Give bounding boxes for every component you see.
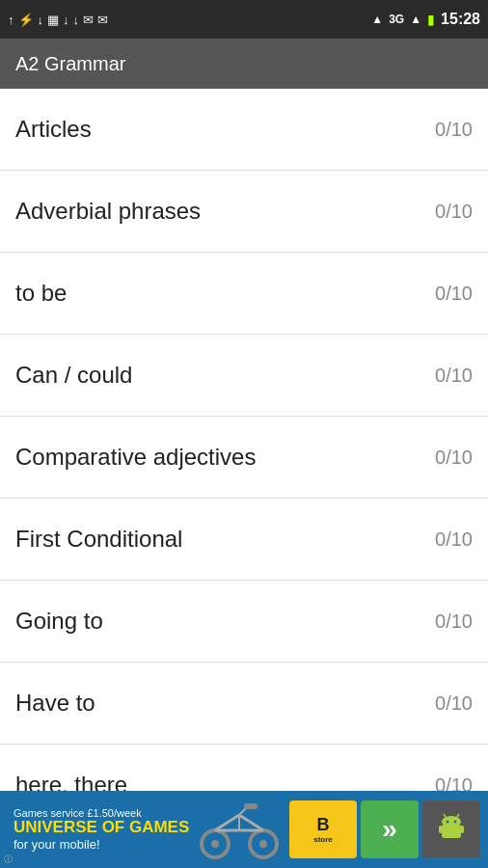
ad-buttons: B store »	[289, 800, 480, 858]
status-bar-left: ↑ ⚡ ↓ ▦ ↓ ↓ ✉ ✉	[8, 13, 108, 27]
android-icon	[434, 812, 469, 847]
download-icon: ↓	[38, 13, 44, 27]
item-score: 0/10	[435, 365, 473, 387]
status-bar-right: ▲ 3G ▲ ▮ 15:28	[371, 11, 480, 28]
upload-icon: ↑	[8, 13, 14, 27]
gmail-icon: ✉	[83, 13, 94, 27]
ad-banner[interactable]: Games service £1.50/week UNIVERSE OF GAM…	[0, 791, 488, 868]
network-label: 3G	[389, 13, 404, 26]
item-score: 0/10	[435, 692, 473, 715]
svg-rect-13	[442, 825, 461, 838]
arrow-down-icon: ↓	[63, 13, 69, 27]
item-score: 0/10	[435, 283, 473, 305]
item-label: Going to	[15, 608, 103, 635]
ad-sub-text: for your mobile!	[14, 837, 189, 852]
ad-main-text: UNIVERSE OF GAMES	[14, 819, 189, 837]
item-label: First Conditional	[15, 526, 182, 553]
status-time: 15:28	[441, 11, 480, 28]
signal-icon: ▲	[410, 13, 421, 26]
item-score: 0/10	[435, 529, 473, 551]
svg-rect-15	[460, 826, 464, 833]
list-item[interactable]: here, there0/10	[0, 745, 488, 791]
ad-next-button[interactable]: »	[361, 800, 419, 858]
status-bar: ↑ ⚡ ↓ ▦ ↓ ↓ ✉ ✉ ▲ 3G ▲ ▮ 15:28	[0, 0, 488, 39]
usb-icon: ⚡	[18, 13, 34, 27]
app-title: A2 Grammar	[15, 53, 125, 75]
svg-rect-14	[439, 826, 443, 833]
wifi-icon: ▲	[371, 13, 383, 26]
list-item[interactable]: Adverbial phrases0/10	[0, 171, 488, 253]
svg-point-4	[259, 840, 267, 848]
bike-svg	[196, 796, 283, 863]
item-label: Have to	[15, 690, 95, 717]
item-label: Articles	[15, 116, 92, 143]
gmail2-icon: ✉	[97, 13, 108, 27]
svg-rect-9	[244, 803, 258, 809]
item-label: Can / could	[15, 362, 132, 389]
item-score: 0/10	[435, 119, 473, 141]
list-item[interactable]: to be0/10	[0, 253, 488, 335]
grammar-list: Articles0/10Adverbial phrases0/10to be0/…	[0, 89, 488, 791]
list-item[interactable]: Can / could0/10	[0, 335, 488, 417]
title-bar: A2 Grammar	[0, 39, 488, 89]
battery-icon: ▮	[427, 12, 435, 27]
list-item[interactable]: First Conditional0/10	[0, 499, 488, 581]
svg-point-17	[454, 821, 457, 824]
svg-point-16	[447, 821, 449, 824]
item-label: Adverbial phrases	[15, 198, 201, 225]
svg-point-3	[211, 840, 219, 848]
item-score: 0/10	[435, 447, 473, 469]
item-label: here, there	[15, 772, 127, 791]
list-item[interactable]: Going to0/10	[0, 581, 488, 663]
item-score: 0/10	[435, 774, 473, 792]
ad-store-button[interactable]: B store	[289, 800, 357, 858]
arrow-down2-icon: ↓	[73, 13, 80, 27]
list-item[interactable]: Have to0/10	[0, 663, 488, 745]
item-score: 0/10	[435, 610, 473, 633]
ad-info: ⓘ	[4, 854, 13, 866]
ad-bike-image	[196, 796, 283, 863]
voicemail-icon: ▦	[47, 13, 59, 27]
item-score: 0/10	[435, 201, 473, 223]
ad-android-button[interactable]	[422, 800, 480, 858]
item-label: to be	[15, 280, 67, 307]
list-item[interactable]: Comparative adjectives0/10	[0, 417, 488, 499]
list-item[interactable]: Articles0/10	[0, 89, 488, 171]
ad-text-area: Games service £1.50/week UNIVERSE OF GAM…	[8, 807, 189, 852]
item-label: Comparative adjectives	[15, 444, 256, 471]
